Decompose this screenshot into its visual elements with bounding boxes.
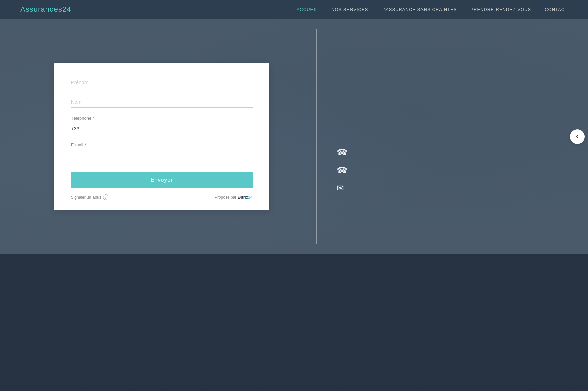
bottom-section (0, 254, 588, 391)
telephone-label: Téléphone * (71, 116, 253, 121)
prenom-group (71, 77, 253, 88)
telephone-group: Téléphone * (71, 116, 253, 134)
nav-link-services[interactable]: NOS SERVICES (331, 7, 368, 12)
nav-item-services[interactable]: NOS SERVICES (331, 6, 368, 12)
powered-by: Proposé par Bitrix24 (215, 195, 253, 200)
nav-link-assurance[interactable]: L'ASSURANCE SANS CRAINTES (381, 7, 457, 12)
chevron-left-button[interactable] (570, 129, 585, 144)
phone2-icon: ☎ (337, 165, 347, 176)
email-group: E-mail * (71, 142, 253, 161)
telephone-input[interactable] (71, 123, 253, 134)
navbar: Assurances24 ACCUEIL NOS SERVICES L'ASSU… (0, 0, 588, 19)
email-icon: ✉ (337, 183, 344, 193)
email-label: E-mail * (71, 142, 253, 147)
nav-item-rendez-vous[interactable]: PRENDRE RENDEZ-VOUS (470, 6, 531, 12)
prenom-input[interactable] (71, 77, 253, 88)
left-panel: Téléphone * E-mail * Envoyer Signaler un… (0, 19, 323, 254)
report-abuse-link[interactable]: Signaler un abus ? (71, 194, 108, 200)
nav-item-assurance[interactable]: L'ASSURANCE SANS CRAINTES (381, 6, 457, 12)
logo-number: 24 (62, 5, 71, 13)
nav-link-accueil[interactable]: ACCUEIL (297, 7, 318, 12)
submit-button[interactable]: Envoyer (71, 172, 253, 188)
logo[interactable]: Assurances24 (20, 5, 71, 14)
chevron-left-icon (574, 134, 580, 140)
help-icon: ? (103, 194, 108, 200)
phone1-icon: ☎ (337, 147, 347, 158)
email-input[interactable] (71, 149, 253, 161)
nav-menu: ACCUEIL NOS SERVICES L'ASSURANCE SANS CR… (297, 6, 568, 12)
contact-form-card: Téléphone * E-mail * Envoyer Signaler un… (54, 63, 269, 210)
nav-item-accueil[interactable]: ACCUEIL (297, 6, 318, 12)
nom-group (71, 96, 253, 108)
logo-text: Assurances (20, 5, 62, 13)
nav-link-rendez-vous[interactable]: PRENDRE RENDEZ-VOUS (470, 7, 531, 12)
nav-link-contact[interactable]: CONTACT (545, 7, 568, 12)
bottom-background (0, 254, 588, 391)
form-footer: Signaler un abus ? Proposé par Bitrix24 (71, 194, 253, 200)
hero-section: Téléphone * E-mail * Envoyer Signaler un… (0, 19, 588, 254)
nav-item-contact[interactable]: CONTACT (545, 6, 568, 12)
nom-input[interactable] (71, 96, 253, 108)
